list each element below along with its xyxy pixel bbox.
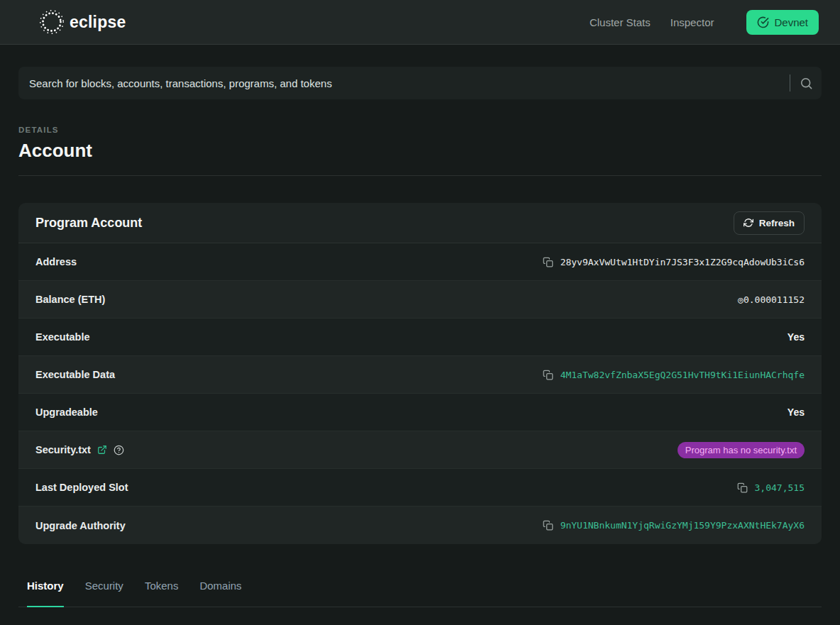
row-label: Executable Data [35,369,115,380]
search-input[interactable]: Search for blocks, accounts, transaction… [29,77,790,89]
refresh-button[interactable]: Refresh [734,211,805,235]
table-row-address: Address 28yv9AxVwUtw1HtDYin7JS3F3x1Z2G9c… [18,243,822,281]
header-divider [18,175,822,176]
copy-icon[interactable] [543,370,553,380]
row-label: Security.txt [35,444,124,455]
details-eyebrow: DETAILS [18,126,822,134]
table-row-upgrade-authority: Upgrade Authority 9nYU1NBnkumN1YjqRwiGzY… [18,507,822,544]
program-account-card: Program Account Refresh Address [18,203,822,544]
nav-link-inspector[interactable]: Inspector [670,16,714,28]
card-header: Program Account Refresh [18,203,822,243]
brand-name: eclipse [70,13,126,32]
page-title: Account [18,140,822,162]
tab-domains[interactable]: Domains [199,575,241,607]
security-status-badge: Program has no security.txt [678,442,805,458]
search-divider [790,74,790,92]
account-tabs: History Security Tokens Domains [18,575,822,607]
eclipse-logo-icon [38,9,65,35]
network-selector-button[interactable]: Devnet [746,10,819,35]
security-txt-label: Security.txt [35,444,91,455]
card-title: Program Account [35,216,142,231]
last-deployed-slot-link[interactable]: 3,047,515 [755,482,805,493]
upgradeable-value: Yes [788,406,805,418]
external-link-icon[interactable] [97,445,107,455]
help-circle-icon[interactable] [114,445,124,455]
navbar-links: Cluster Stats Inspector Devnet [590,10,819,35]
row-label: Upgradeable [35,406,98,418]
search-icon[interactable] [800,77,813,90]
search-bar[interactable]: Search for blocks, accounts, transaction… [18,67,822,99]
address-value: 28yv9AxVwUtw1HtDYin7JS3F3x1Z2G9cqAdowUb3… [560,257,805,267]
row-label: Balance (ETH) [35,294,105,305]
row-label: Upgrade Authority [35,520,126,531]
tab-history[interactable]: History [27,575,64,607]
refresh-icon [744,218,753,228]
table-row-balance: Balance (ETH) ◎0.000011152 [18,281,822,319]
table-row-executable: Executable Yes [18,319,822,356]
row-label: Last Deployed Slot [35,482,128,493]
table-row-security-txt: Security.txt Program [18,431,822,469]
refresh-label: Refresh [759,218,795,228]
brand[interactable]: eclipse [38,9,126,35]
check-circle-icon [757,16,769,28]
table-row-upgradeable: Upgradeable Yes [18,394,822,431]
row-label: Address [35,256,77,267]
balance-value: ◎0.000011152 [738,294,805,305]
copy-icon[interactable] [543,257,553,267]
network-name: Devnet [774,16,808,28]
table-row-last-deployed-slot: Last Deployed Slot 3,047,515 [18,469,822,507]
navbar: eclipse Cluster Stats Inspector Devnet [0,0,840,45]
table-row-executable-data: Executable Data 4M1aTw82vfZnbaX5EgQ2G51H… [18,356,822,394]
copy-icon[interactable] [737,482,748,493]
executable-data-link[interactable]: 4M1aTw82vfZnbaX5EgQ2G51HvTH9tKi1EiunHACr… [560,370,805,380]
row-label: Executable [35,331,90,343]
nav-link-cluster-stats[interactable]: Cluster Stats [590,16,651,28]
upgrade-authority-link[interactable]: 9nYU1NBnkumN1YjqRwiGzYMj159Y9PzxAXNtHEk7… [560,520,805,531]
executable-value: Yes [788,331,805,343]
tab-tokens[interactable]: Tokens [145,575,179,607]
tab-security[interactable]: Security [85,575,123,607]
copy-icon[interactable] [543,520,553,531]
